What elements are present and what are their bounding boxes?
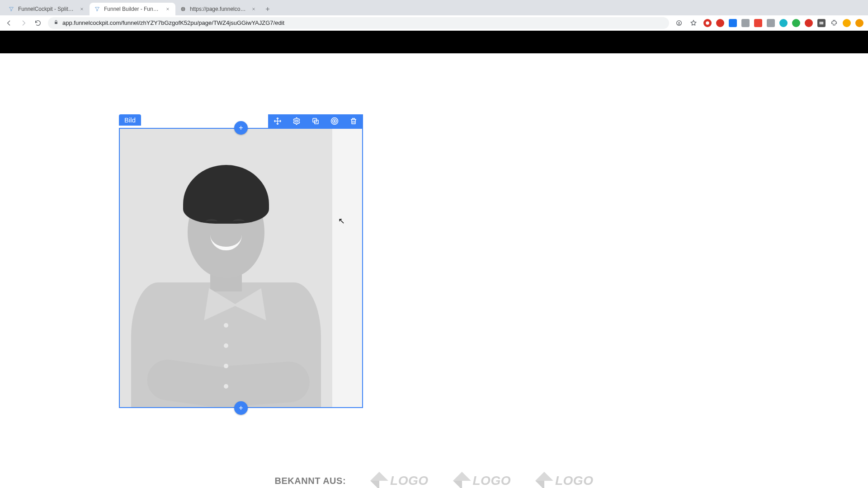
- selected-element-type-label: Bild: [119, 114, 141, 126]
- editor-topbar: [0, 31, 868, 53]
- profile-avatar[interactable]: [843, 19, 851, 27]
- svg-point-7: [296, 120, 298, 122]
- address-bar: app.funnelcockpit.com/funnel/zhYZY7bGzgo…: [0, 15, 868, 31]
- toolbar-style-button[interactable]: [325, 114, 344, 128]
- logo-diamond-icon: [535, 472, 553, 488]
- extension-icon[interactable]: [716, 19, 724, 27]
- svg-rect-5: [821, 22, 822, 24]
- toolbar-settings-button[interactable]: [287, 114, 306, 128]
- favicon-funnel-icon: [94, 6, 100, 12]
- svg-rect-4: [820, 22, 821, 24]
- element-toolbar: [268, 114, 363, 128]
- extension-icon[interactable]: [767, 19, 775, 27]
- svg-point-11: [333, 119, 337, 123]
- tab-close-icon[interactable]: [79, 6, 85, 12]
- tab-close-icon[interactable]: [165, 6, 171, 12]
- extension-icon[interactable]: [754, 19, 762, 27]
- lock-icon: [53, 19, 59, 26]
- logo-diamond-icon: [370, 472, 388, 488]
- favicon-globe-icon: [180, 6, 186, 12]
- plus-icon: +: [239, 404, 243, 412]
- logo-text: LOGO: [473, 474, 511, 488]
- svg-rect-1: [55, 22, 57, 24]
- plus-icon: +: [239, 124, 243, 132]
- selected-element[interactable]: Bild: [119, 128, 363, 408]
- image-element[interactable]: [119, 128, 363, 408]
- placeholder-logo: LOGO: [538, 474, 593, 488]
- add-element-below-button[interactable]: +: [234, 401, 248, 415]
- nav-forward-button[interactable]: [19, 19, 28, 28]
- tab-strip: FunnelCockpit - Splittests, Ma Funnel Bu…: [0, 0, 868, 15]
- nav-back-button[interactable]: [5, 19, 14, 28]
- install-app-icon[interactable]: [675, 19, 684, 28]
- svg-point-3: [706, 21, 709, 25]
- extension-icon[interactable]: [805, 19, 813, 27]
- extension-icon[interactable]: [741, 19, 750, 27]
- known-from-section: BEKANNT AUS: LOGO LOGO LOGO: [0, 474, 868, 488]
- paused-sync-icon[interactable]: [855, 19, 863, 27]
- extension-icon[interactable]: [817, 19, 826, 27]
- bookmark-star-icon[interactable]: [689, 19, 698, 28]
- tab-title: https://page.funnelcockpit.co: [190, 6, 247, 12]
- tab-title: FunnelCockpit - Splittests, Ma: [18, 6, 75, 12]
- browser-chrome: FunnelCockpit - Splittests, Ma Funnel Bu…: [0, 0, 868, 31]
- new-tab-button[interactable]: [261, 3, 274, 15]
- tab-title: Funnel Builder - FunnelCockpit: [104, 6, 161, 12]
- browser-tab[interactable]: https://page.funnelcockpit.co: [175, 3, 261, 15]
- omnibox[interactable]: app.funnelcockpit.com/funnel/zhYZY7bGzgo…: [48, 17, 669, 29]
- svg-rect-6: [822, 22, 823, 24]
- url-text: app.funnelcockpit.com/funnel/zhYZY7bGzgo…: [62, 19, 284, 26]
- extensions-menu-icon[interactable]: [830, 19, 838, 27]
- known-from-label: BEKANNT AUS:: [275, 476, 346, 486]
- mouse-cursor-icon: ↖: [338, 216, 345, 226]
- logo-text: LOGO: [390, 474, 428, 488]
- toolbar-move-button[interactable]: [268, 114, 287, 128]
- favicon-funnel-icon: [8, 6, 14, 12]
- extension-icon[interactable]: [792, 19, 800, 27]
- extension-icon[interactable]: [703, 19, 712, 27]
- extensions-strip: [703, 19, 863, 27]
- image-content: [120, 129, 332, 407]
- logo-text: LOGO: [555, 474, 593, 488]
- add-element-above-button[interactable]: +: [234, 121, 248, 135]
- browser-tab[interactable]: FunnelCockpit - Splittests, Ma: [4, 3, 90, 15]
- placeholder-logo: LOGO: [373, 474, 428, 488]
- placeholder-logo: LOGO: [456, 474, 511, 488]
- extension-icon[interactable]: [729, 19, 737, 27]
- tab-close-icon[interactable]: [250, 6, 257, 12]
- editor-canvas[interactable]: Bild: [0, 53, 868, 487]
- nav-reload-button[interactable]: [33, 19, 42, 28]
- logo-diamond-icon: [453, 472, 471, 488]
- svg-point-10: [334, 121, 335, 122]
- browser-tab[interactable]: Funnel Builder - FunnelCockpit: [90, 3, 175, 15]
- toolbar-delete-button[interactable]: [344, 114, 363, 128]
- extension-icon[interactable]: [779, 19, 788, 27]
- toolbar-copy-button[interactable]: [306, 114, 325, 128]
- page-viewport: Bild: [0, 31, 868, 487]
